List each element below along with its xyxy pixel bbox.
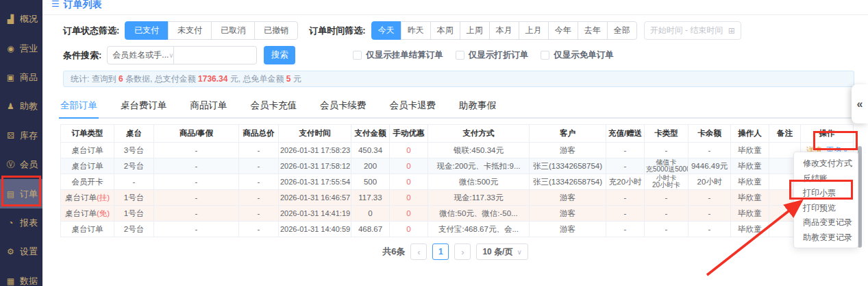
sidebar-item-order[interactable]: ▤ 订单 [0, 179, 42, 208]
cell-operator: 毕欣童 [731, 143, 769, 158]
cell-type: 桌台订单 [61, 143, 114, 158]
menu-item-modify-payment[interactable]: 修改支付方式 [794, 156, 858, 171]
tab-all-orders[interactable]: 全部订单 [59, 93, 99, 117]
page-number-button[interactable]: 1 [432, 243, 449, 260]
table-row: 会员开卡---2026-01-31 17:55:545000微信:500元张三(… [61, 174, 854, 190]
filter-checkbox-only-free[interactable]: 仅显示免单订单 [541, 49, 614, 61]
sidebar-item-icon: ▤ [5, 189, 16, 199]
next-page-button[interactable]: › [454, 243, 471, 260]
stats-text: 条数据, 总支付金额 [123, 73, 198, 85]
sidebar-item-icon: ◉ [5, 44, 16, 53]
sidebar-item-member[interactable]: Ⓥ 会员 [0, 150, 42, 179]
checkbox-icon[interactable] [456, 51, 464, 60]
cell-goods_total: - [239, 222, 279, 237]
sidebar-item-report[interactable]: ◔ 报表 [0, 208, 42, 237]
table-row: 桌台订单(免)1号台--2026-01-31 14:41:1900微信:50元、… [61, 206, 854, 222]
status-filter-cancelled[interactable]: 已取消 [211, 21, 255, 40]
time-filter-last-month[interactable]: 上月 [519, 21, 549, 40]
tab-table-fee[interactable]: 桌台费订单 [119, 93, 169, 117]
sidebar-item-data[interactable]: ▦ 数据 [0, 267, 42, 286]
cell-customer: 游客 [530, 222, 606, 237]
cell-card_type: 小时卡20小时卡 [645, 174, 689, 190]
col-header-card_balance: 卡余额 [689, 125, 731, 143]
main-content: ☰ 订单列表 订单状态筛选: 已支付 未支付 已取消 已撤销 订单时间筛选: [42, 0, 868, 286]
menu-item-reverse-settle[interactable]: 反结账 [794, 171, 858, 187]
cell-card_balance: 9446.49元 [689, 158, 731, 174]
cell-recharge: 充20小时 [606, 174, 645, 190]
time-filter-this-month[interactable]: 本月 [489, 21, 519, 40]
cell-table_no: - [114, 174, 154, 190]
cell-goods_total: - [239, 158, 279, 174]
cell-operator: 毕欣童 [731, 174, 769, 190]
menu-item-print-receipt[interactable]: 打印小票 [794, 186, 858, 201]
menu-item-print-preview[interactable]: 打印预览 [794, 201, 858, 216]
menu-item-assistant-change-log[interactable]: 助教变更记录 [794, 230, 858, 246]
time-filter-this-week[interactable]: 本周 [430, 21, 460, 40]
cell-pay_amount: 468.67 [351, 222, 390, 237]
time-filter-this-year[interactable]: 今年 [548, 21, 578, 40]
time-filter-last-year[interactable]: 去年 [578, 21, 608, 40]
checkbox-label: 仅显示打折订单 [469, 49, 529, 61]
tab-card-refund[interactable]: 会员卡退费 [388, 93, 438, 117]
calendar-icon: ⊞ [728, 26, 735, 36]
prev-page-button[interactable]: ‹ [410, 243, 427, 260]
sidebar-item-icon: ◔ [5, 218, 16, 228]
cell-customer: 张三(13342658754) [530, 174, 606, 190]
sidebar-item-settings[interactable]: ⚙ 设置 [0, 237, 42, 266]
time-filter-last-week[interactable]: 上周 [460, 21, 490, 40]
cell-recharge: - [606, 158, 645, 174]
checkbox-filters: 仅显示挂单结算订单 仅显示打折订单 仅显示免单订单 [353, 49, 614, 61]
cell-card_balance: 20小时 [689, 174, 731, 190]
tab-assistant-leave[interactable]: 助教事假 [458, 93, 497, 117]
search-field-select[interactable]: 会员姓名或手... ∨ [107, 46, 174, 64]
cell-customer: 游客 [530, 143, 606, 158]
search-input[interactable] [173, 46, 257, 64]
search-button[interactable]: 搜索 [264, 46, 295, 64]
sidebar-item-label: 营业 [20, 43, 38, 55]
cell-goods: - [154, 158, 239, 174]
sidebar-item-icon: ▦ [5, 276, 16, 286]
cell-table_no: 2号台 [114, 222, 154, 237]
menu-item-goods-change-log[interactable]: 商品变更记录 [794, 215, 858, 230]
sidebar-item-assistant[interactable]: ♟ 助教 [0, 92, 42, 121]
col-header-pay_amount: 支付金额 [351, 125, 390, 143]
status-filter-paid[interactable]: 已支付 [125, 21, 169, 40]
cell-table_no: 2号台 [114, 158, 154, 174]
col-header-pay_method: 支付方式 [428, 125, 530, 143]
page-size-value: 10 条/页 [482, 246, 512, 258]
page-title: 订单列表 [64, 0, 102, 11]
status-filter-unpaid[interactable]: 未支付 [168, 21, 212, 40]
time-filter-today[interactable]: 今天 [371, 21, 401, 40]
cell-card_type: - [645, 143, 689, 158]
checkbox-icon[interactable] [541, 51, 549, 60]
sidebar-item-business[interactable]: ◉ 营业 [0, 34, 42, 62]
sidebar-item-goods[interactable]: ▣ 商品 [0, 63, 42, 92]
checkbox-label: 仅显示免单订单 [554, 49, 614, 61]
collapse-panel-handle[interactable]: « [852, 84, 868, 123]
table-row: 桌台订单3号台--2026-01-31 17:58:23450.340银联:45… [61, 143, 854, 158]
cell-type: 桌台订单(挂) [61, 190, 114, 206]
sidebar-item-label: 设置 [20, 246, 38, 258]
sidebar-item-label: 概况 [20, 13, 38, 25]
date-range-picker[interactable]: 开始时间 - 结束时间 ⊞ [644, 21, 741, 40]
cell-manual_discount: 0 [390, 222, 428, 237]
filter-checkbox-only-pending-settle[interactable]: 仅显示挂单结算订单 [353, 49, 443, 61]
table-header-row: 订单类型桌台商品/事假商品总价支付时间支付金额手动优惠支付方式客户充值/赠送卡类… [61, 125, 854, 143]
cell-type: 桌台订单 [61, 222, 114, 237]
cell-manual_discount: 0 [390, 158, 428, 174]
filter-checkbox-only-discount[interactable]: 仅显示打折订单 [456, 49, 529, 61]
checkbox-icon[interactable] [353, 51, 362, 60]
cell-pay_time: 2026-01-31 14:40:59 [279, 222, 351, 237]
time-filter-yesterday[interactable]: 昨天 [401, 21, 431, 40]
time-filter-all[interactable]: 全部 [607, 21, 637, 40]
status-filter-revoked[interactable]: 已撤销 [254, 21, 298, 40]
cell-table_no: 3号台 [114, 143, 154, 158]
sidebar-item-overview[interactable]: ▟ 概况 [0, 5, 42, 34]
cell-table_no: 1号台 [114, 206, 154, 222]
tab-card-renew[interactable]: 会员卡续费 [319, 93, 368, 117]
sidebar-item-label: 商品 [20, 71, 38, 84]
sidebar-item-inventory[interactable]: ⚄ 库存 [0, 121, 42, 150]
tab-goods-orders[interactable]: 商品订单 [189, 93, 229, 117]
tab-card-recharge[interactable]: 会员卡充值 [249, 93, 299, 117]
page-size-select[interactable]: 10 条/页 ∨ [476, 243, 528, 260]
